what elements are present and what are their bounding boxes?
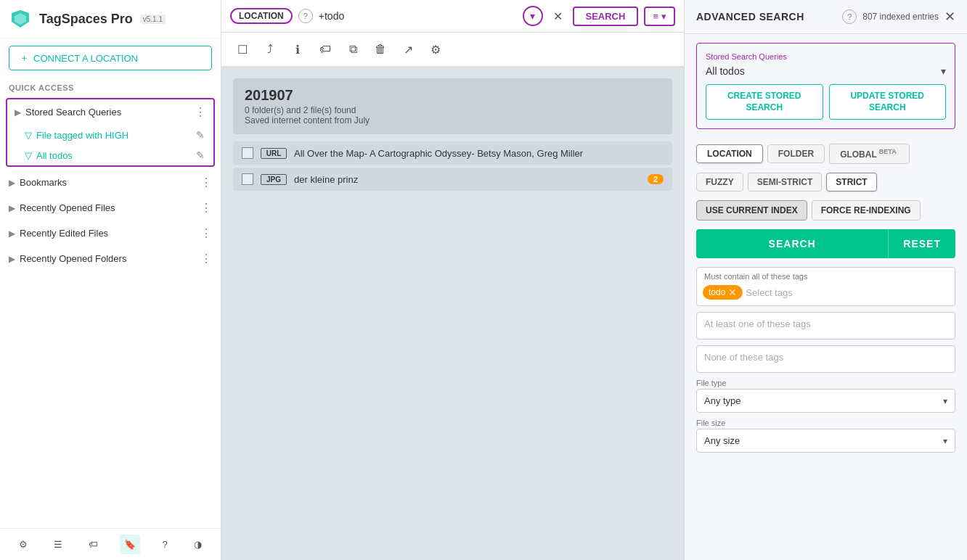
folder-description: Saved internet content from July [245, 115, 661, 125]
bookmarks-button[interactable]: 🔖 [120, 535, 140, 554]
big-reset-button[interactable]: RESET [888, 229, 955, 258]
sidebar-item-left: ▽ File tagged with HIGH [25, 130, 128, 141]
copy-button[interactable]: ⧉ [340, 37, 365, 62]
at-least-one-input[interactable]: At least one of these tags [697, 313, 955, 339]
file-type-value: Any type [704, 395, 741, 406]
sidebar-item-file-tagged-high[interactable]: ▽ File tagged with HIGH ✎ [7, 125, 213, 145]
search-reset-row: SEARCH RESET [696, 229, 955, 258]
chevron-right-icon-3: ▶ [9, 228, 15, 239]
adv-close-button[interactable]: ✕ [944, 9, 955, 25]
info-button[interactable]: ℹ [285, 37, 310, 62]
scope-location-button[interactable]: LOCATION [696, 144, 763, 163]
select-all-button[interactable]: ☐ [230, 37, 255, 62]
file-list-area: 201907 0 folder(s) and 2 file(s) found S… [221, 67, 684, 560]
topbar: LOCATION ? ▾ ✕ SEARCH ≡ ▾ [221, 0, 684, 33]
tag-button[interactable]: 🏷 [313, 37, 338, 62]
file-type-badge-jpg: JPG [261, 174, 287, 185]
adv-search-title: ADVANCED SEARCH [696, 11, 804, 22]
tags-button[interactable]: 🏷 [84, 535, 102, 554]
bookmarks-title: ▶ Bookmarks [9, 177, 67, 188]
scope-folder-button[interactable]: FOLDER [767, 144, 825, 163]
recently-edited-more-icon[interactable]: ⋮ [200, 226, 212, 240]
create-stored-search-button[interactable]: CREATE STORED SEARCH [706, 84, 823, 120]
recently-edited-section[interactable]: ▶ Recently Edited Files ⋮ [0, 221, 221, 246]
strict-button[interactable]: STRICT [826, 173, 876, 192]
file-item-2[interactable]: JPG der kleine prinz 2 [233, 168, 672, 191]
fuzzy-button[interactable]: FUZZY [696, 173, 743, 192]
update-stored-search-button[interactable]: UPDATE STORED SEARCH [829, 84, 947, 120]
file-checkbox-1[interactable] [242, 147, 253, 159]
connect-location-label: CONNECT A LOCATION [33, 53, 138, 64]
recently-opened-more-icon[interactable]: ⋮ [200, 201, 212, 215]
filter-icon: ▽ [25, 130, 32, 141]
file-manager-button[interactable]: ☰ [49, 535, 67, 554]
sidebar-item-all-todos[interactable]: ▽ All todos ✎ [7, 145, 213, 165]
search-dropdown-button[interactable]: ▾ [523, 6, 543, 26]
recently-opened-title: ▶ Recently Opened Files [9, 202, 115, 213]
stored-queries-value: All todos [706, 65, 745, 77]
recently-opened-folders-section[interactable]: ▶ Recently Opened Folders ⋮ [0, 246, 221, 271]
at-least-one-tags-section: At least one of these tags [696, 312, 955, 339]
filter-icon-2: ▽ [25, 150, 32, 161]
recently-opened-folders-title: ▶ Recently Opened Folders [9, 253, 126, 264]
recently-opened-folders-more-icon[interactable]: ⋮ [200, 252, 212, 265]
file-size-label: File size [696, 419, 955, 427]
advanced-search-panel: ADVANCED SEARCH ? 807 indexed entries ✕ … [684, 0, 967, 560]
edit-icon[interactable]: ✎ [196, 129, 205, 141]
sidebar-item-all-todos-label: All todos [36, 150, 73, 161]
location-chip[interactable]: LOCATION [230, 8, 293, 24]
app-logo-icon [9, 7, 32, 30]
none-of-these-input[interactable]: None of these tags [697, 346, 955, 372]
connect-location-button[interactable]: ＋ CONNECT A LOCATION [9, 46, 212, 70]
must-contain-tags-input[interactable]: todo ✕ Select tags [697, 282, 955, 305]
search-button[interactable]: SEARCH [573, 7, 639, 26]
file-size-section: File size Any size ▾ [696, 419, 955, 453]
quick-access-label: QUICK ACCESS [0, 78, 221, 95]
sidebar-bottom: ⚙ ☰ 🏷 🔖 ? ◑ [0, 528, 221, 560]
force-reindexing-button[interactable]: FORCE RE-INDEXING [812, 200, 921, 221]
bookmarks-more-icon[interactable]: ⋮ [200, 176, 212, 189]
stored-queries-buttons: CREATE STORED SEARCH UPDATE STORED SEARC… [706, 84, 946, 120]
folder-header: 201907 0 folder(s) and 2 file(s) found S… [233, 78, 672, 134]
stored-search-more-icon[interactable]: ⋮ [195, 105, 206, 119]
file-name-1: All Over the Map- A Cartographic Odyssey… [294, 148, 664, 159]
settings-toolbar-button[interactable]: ⚙ [423, 37, 448, 62]
edit-icon-2[interactable]: ✎ [196, 149, 205, 161]
advanced-search-button[interactable]: ≡ ▾ [644, 7, 675, 26]
theme-button[interactable]: ◑ [189, 535, 206, 554]
big-search-button[interactable]: SEARCH [696, 229, 888, 258]
search-input[interactable] [319, 10, 517, 22]
file-item[interactable]: URL All Over the Map- A Cartographic Ody… [233, 141, 672, 165]
delete-button[interactable]: 🗑 [368, 37, 393, 62]
bookmarks-section[interactable]: ▶ Bookmarks ⋮ [0, 170, 221, 195]
file-name-2: der kleine prinz [294, 174, 637, 185]
search-help-icon[interactable]: ? [298, 9, 313, 23]
file-size-value: Any size [704, 435, 740, 446]
help-button[interactable]: ? [158, 535, 172, 554]
adv-panel-header: ADVANCED SEARCH ? 807 indexed entries ✕ [685, 0, 967, 34]
file-type-select[interactable]: Any type ▾ [696, 389, 955, 413]
stored-queries-select[interactable]: All todos ▾ [706, 65, 946, 77]
open-button[interactable]: ↗ [396, 37, 420, 62]
file-checkbox-2[interactable] [242, 173, 253, 185]
tag-count-badge: 2 [648, 174, 664, 184]
toolbar: ☐ ⤴ ℹ 🏷 ⧉ 🗑 ↗ ⚙ [221, 33, 684, 67]
stored-search-section-header[interactable]: ▶ Stored Search Queries ⋮ [7, 99, 213, 125]
plus-icon: ＋ [20, 52, 29, 65]
chevron-right-icon-4: ▶ [9, 254, 15, 264]
file-size-arrow-icon: ▾ [943, 436, 947, 446]
folder-up-button[interactable]: ⤴ [258, 37, 282, 62]
match-row: FUZZY SEMI-STRICT STRICT [685, 170, 967, 197]
chevron-right-icon-2: ▶ [9, 203, 15, 213]
use-current-index-button[interactable]: USE CURRENT INDEX [696, 200, 807, 221]
file-type-arrow-icon: ▾ [943, 396, 947, 406]
recently-opened-section[interactable]: ▶ Recently Opened Files ⋮ [0, 195, 221, 221]
must-contain-placeholder: Select tags [746, 287, 792, 298]
semi-strict-button[interactable]: SEMI-STRICT [748, 173, 823, 192]
todo-tag-remove-button[interactable]: ✕ [728, 287, 737, 298]
file-size-select[interactable]: Any size ▾ [696, 429, 955, 453]
adv-help-circle[interactable]: ? [842, 9, 857, 24]
settings-button[interactable]: ⚙ [15, 535, 32, 554]
scope-global-button[interactable]: GLOBALBETA [829, 144, 910, 164]
clear-search-button[interactable]: ✕ [549, 8, 567, 25]
